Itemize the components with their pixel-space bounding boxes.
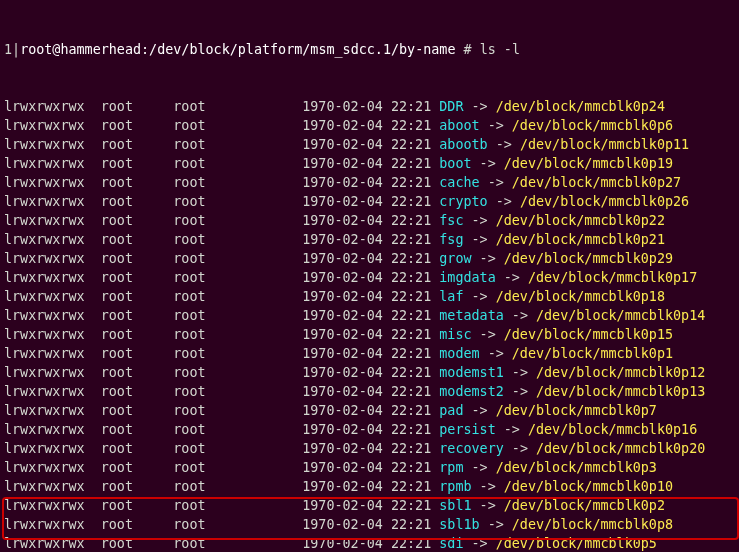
time: 22:21: [391, 363, 431, 382]
symlink-target: /dev/block/mmcblk0p27: [512, 173, 681, 192]
symlink-name: modemst1: [439, 363, 504, 382]
symlink-name: aboot: [439, 116, 479, 135]
owner: root: [101, 135, 133, 154]
arrow-icon: ->: [472, 211, 488, 230]
prompt-prefix: 1|: [4, 42, 20, 57]
symlink-name: fsc: [439, 211, 463, 230]
group: root: [173, 363, 205, 382]
date: 1970-02-04: [302, 173, 383, 192]
owner: root: [101, 382, 133, 401]
listing-row: lrwxrwxrwxrootroot1970-02-0422:21fsc->/d…: [4, 211, 735, 230]
permissions: lrwxrwxrwx: [4, 401, 93, 420]
group: root: [173, 249, 205, 268]
symlink-name: abootb: [439, 135, 487, 154]
arrow-icon: ->: [480, 325, 496, 344]
time: 22:21: [391, 515, 431, 534]
owner: root: [101, 344, 133, 363]
symlink-target: /dev/block/mmcblk0p24: [496, 97, 665, 116]
listing-row: lrwxrwxrwxrootroot1970-02-0422:21pad->/d…: [4, 401, 735, 420]
arrow-icon: ->: [472, 230, 488, 249]
symlink-name: rpm: [439, 458, 463, 477]
time: 22:21: [391, 344, 431, 363]
permissions: lrwxrwxrwx: [4, 420, 93, 439]
permissions: lrwxrwxrwx: [4, 439, 93, 458]
time: 22:21: [391, 173, 431, 192]
permissions: lrwxrwxrwx: [4, 287, 93, 306]
listing-row: lrwxrwxrwxrootroot1970-02-0422:21fsg->/d…: [4, 230, 735, 249]
permissions: lrwxrwxrwx: [4, 382, 93, 401]
date: 1970-02-04: [302, 401, 383, 420]
date: 1970-02-04: [302, 439, 383, 458]
symlink-name: laf: [439, 287, 463, 306]
date: 1970-02-04: [302, 268, 383, 287]
symlink-name: DDR: [439, 97, 463, 116]
time: 22:21: [391, 496, 431, 515]
symlink-name: imgdata: [439, 268, 495, 287]
time: 22:21: [391, 97, 431, 116]
time: 22:21: [391, 382, 431, 401]
date: 1970-02-04: [302, 192, 383, 211]
date: 1970-02-04: [302, 287, 383, 306]
symlink-name: pad: [439, 401, 463, 420]
owner: root: [101, 363, 133, 382]
permissions: lrwxrwxrwx: [4, 173, 93, 192]
date: 1970-02-04: [302, 135, 383, 154]
time: 22:21: [391, 458, 431, 477]
listing-row: lrwxrwxrwxrootroot1970-02-0422:21sbl1b->…: [4, 515, 735, 534]
time: 22:21: [391, 325, 431, 344]
listing-row: lrwxrwxrwxrootroot1970-02-0422:21grow->/…: [4, 249, 735, 268]
owner: root: [101, 154, 133, 173]
owner: root: [101, 534, 133, 552]
permissions: lrwxrwxrwx: [4, 534, 93, 552]
group: root: [173, 420, 205, 439]
listing-row: lrwxrwxrwxrootroot1970-02-0422:21metadat…: [4, 306, 735, 325]
listing-row: lrwxrwxrwxrootroot1970-02-0422:21boot->/…: [4, 154, 735, 173]
arrow-icon: ->: [472, 401, 488, 420]
listing-row: lrwxrwxrwxrootroot1970-02-0422:21sdi->/d…: [4, 534, 735, 552]
permissions: lrwxrwxrwx: [4, 154, 93, 173]
permissions: lrwxrwxrwx: [4, 306, 93, 325]
prompt-hash: #: [455, 42, 479, 57]
arrow-icon: ->: [480, 496, 496, 515]
listing-row: lrwxrwxrwxrootroot1970-02-0422:21laf->/d…: [4, 287, 735, 306]
date: 1970-02-04: [302, 496, 383, 515]
owner: root: [101, 116, 133, 135]
prompt-line: 1|root@hammerhead:/dev/block/platform/ms…: [4, 40, 735, 59]
group: root: [173, 534, 205, 552]
date: 1970-02-04: [302, 325, 383, 344]
symlink-target: /dev/block/mmcblk0p22: [496, 211, 665, 230]
time: 22:21: [391, 154, 431, 173]
arrow-icon: ->: [512, 382, 528, 401]
date: 1970-02-04: [302, 515, 383, 534]
symlink-name: metadata: [439, 306, 504, 325]
symlink-name: misc: [439, 325, 471, 344]
time: 22:21: [391, 230, 431, 249]
time: 22:21: [391, 287, 431, 306]
terminal-output[interactable]: 1|root@hammerhead:/dev/block/platform/ms…: [0, 0, 739, 552]
group: root: [173, 515, 205, 534]
time: 22:21: [391, 116, 431, 135]
symlink-target: /dev/block/mmcblk0p13: [536, 382, 705, 401]
owner: root: [101, 287, 133, 306]
group: root: [173, 439, 205, 458]
permissions: lrwxrwxrwx: [4, 211, 93, 230]
listing-row: lrwxrwxrwxrootroot1970-02-0422:21crypto-…: [4, 192, 735, 211]
date: 1970-02-04: [302, 344, 383, 363]
listing-row: lrwxrwxrwxrootroot1970-02-0422:21DDR->/d…: [4, 97, 735, 116]
group: root: [173, 287, 205, 306]
listing-row: lrwxrwxrwxrootroot1970-02-0422:21sbl1->/…: [4, 496, 735, 515]
symlink-name: rpmb: [439, 477, 471, 496]
group: root: [173, 496, 205, 515]
symlink-target: /dev/block/mmcblk0p8: [512, 515, 673, 534]
owner: root: [101, 268, 133, 287]
arrow-icon: ->: [480, 249, 496, 268]
arrow-icon: ->: [488, 515, 504, 534]
group: root: [173, 173, 205, 192]
permissions: lrwxrwxrwx: [4, 192, 93, 211]
symlink-name: sdi: [439, 534, 463, 552]
arrow-icon: ->: [504, 268, 520, 287]
date: 1970-02-04: [302, 477, 383, 496]
group: root: [173, 306, 205, 325]
symlink-name: sbl1: [439, 496, 471, 515]
listing-row: lrwxrwxrwxrootroot1970-02-0422:21modemst…: [4, 363, 735, 382]
